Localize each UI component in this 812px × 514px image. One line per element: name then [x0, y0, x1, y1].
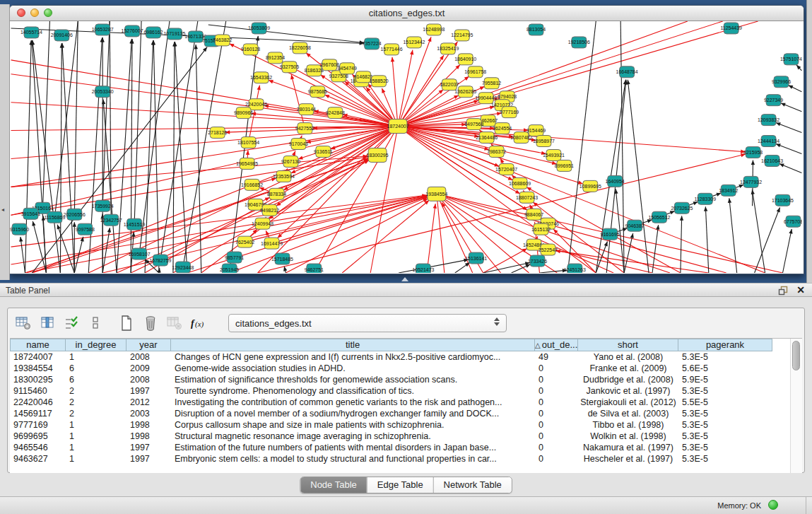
- table-cell[interactable]: 2: [66, 408, 126, 419]
- table-cell[interactable]: 1997: [126, 442, 171, 453]
- column-header-short[interactable]: short: [578, 339, 678, 351]
- table-cell[interactable]: 2: [66, 385, 126, 397]
- table-cell[interactable]: 18300295: [10, 374, 66, 385]
- table-cell[interactable]: Disruption of a novel member of a sodium…: [171, 408, 535, 419]
- table-cell[interactable]: 1997: [126, 385, 171, 397]
- table-cell[interactable]: 6: [66, 363, 126, 374]
- table-row[interactable]: 1830029562008Estimation of significance …: [10, 374, 802, 385]
- table-cell[interactable]: 5.3E-5: [678, 442, 772, 453]
- table-cell[interactable]: 9777169: [10, 419, 66, 431]
- table-row[interactable]: 1456911722003Disruption of a novel membe…: [10, 408, 802, 419]
- table-cell[interactable]: 5.3E-5: [678, 453, 772, 465]
- table-cell[interactable]: 5.6E-5: [678, 363, 772, 374]
- table-cell[interactable]: 0: [535, 408, 578, 419]
- table-cell[interactable]: Hescheler et al. (1997): [578, 453, 678, 465]
- select-rows-icon[interactable]: [61, 313, 81, 333]
- column-header-name[interactable]: name: [10, 339, 66, 351]
- close-panel-icon[interactable]: ✕: [796, 284, 805, 296]
- column-header-in_degree[interactable]: in_degree: [66, 339, 126, 351]
- table-cell[interactable]: 5.3E-5: [678, 408, 772, 419]
- float-panel-icon[interactable]: [778, 286, 788, 296]
- table-select-dropdown[interactable]: citations_edges.txt: [228, 314, 507, 332]
- table-cell[interactable]: 18724007: [10, 351, 66, 363]
- table-cell[interactable]: 9465546: [10, 442, 66, 453]
- table-row[interactable]: 969969511998Structural magnetic resonanc…: [10, 431, 802, 442]
- table-cell[interactable]: Franke et al. (2009): [578, 363, 678, 374]
- table-row[interactable]: 946362711997Embryonic stem cells: a mode…: [10, 453, 802, 465]
- table-cell[interactable]: Tourette syndrome. Phenomenology and cla…: [171, 385, 535, 397]
- table-cell[interactable]: 2012: [126, 397, 171, 408]
- new-table-icon[interactable]: [117, 313, 136, 333]
- table-row[interactable]: 977716911998Corpus callosum shape and si…: [10, 419, 802, 431]
- table-cell[interactable]: 1997: [126, 453, 171, 465]
- collapse-left-panel-icon[interactable]: ◂: [1, 206, 4, 213]
- table-cell[interactable]: 1998: [126, 419, 171, 431]
- table-cell[interactable]: 5.3E-5: [678, 351, 772, 363]
- table-cell[interactable]: 0: [535, 397, 578, 408]
- table-cell[interactable]: 9115460: [10, 385, 66, 397]
- table-cell[interactable]: 5.3E-5: [678, 419, 772, 431]
- table-cell[interactable]: Embryonic stem cells: a model to study s…: [171, 453, 535, 465]
- show-columns-icon[interactable]: [37, 313, 57, 333]
- table-row[interactable]: 911546021997Tourette syndrome. Phenomeno…: [10, 385, 802, 397]
- table-cell[interactable]: 0: [535, 431, 578, 442]
- table-cell[interactable]: 1: [66, 453, 126, 465]
- tab-node-table[interactable]: Node Table: [300, 477, 367, 493]
- table-cell[interactable]: Structural magnetic resonance image aver…: [171, 431, 535, 442]
- table-cell[interactable]: 49: [535, 351, 578, 363]
- table-scrollbar-thumb[interactable]: [792, 341, 800, 370]
- tab-network-table[interactable]: Network Table: [433, 477, 512, 493]
- table-cell[interactable]: 5.9E-5: [678, 374, 772, 385]
- table-cell[interactable]: 1: [66, 419, 126, 431]
- table-cell[interactable]: 5.3E-5: [678, 385, 772, 397]
- table-cell[interactable]: Investigating the contribution of common…: [171, 397, 535, 408]
- table-cell[interactable]: 0: [535, 385, 578, 397]
- table-cell[interactable]: Jankovic et al. (1997): [578, 385, 678, 397]
- table-cell[interactable]: 19384554: [10, 363, 66, 374]
- network-window-titlebar[interactable]: citations_edges.txt: [10, 6, 804, 21]
- table-row[interactable]: 2242004622012Investigating the contribut…: [10, 397, 802, 408]
- table-cell[interactable]: 6: [66, 374, 126, 385]
- table-cell[interactable]: 9463627: [10, 453, 66, 465]
- table-cell[interactable]: 2003: [126, 408, 171, 419]
- table-cell[interactable]: 5.3E-5: [678, 431, 772, 442]
- table-cell[interactable]: 2008: [126, 374, 171, 385]
- table-cell[interactable]: Estimation of the future numbers of pati…: [171, 442, 535, 453]
- network-view[interactable]: 1405571420091406106532871527600769861621…: [10, 21, 802, 273]
- table-row[interactable]: 1872400712008Changes of HCN gene express…: [10, 351, 802, 363]
- table-cell[interactable]: 14569117: [10, 408, 66, 419]
- column-header-out_de[interactable]: △out_de...: [535, 339, 578, 351]
- table-cell[interactable]: Changes of HCN gene expression and I(f) …: [171, 351, 535, 363]
- table-cell[interactable]: de Silva et al. (2003): [578, 408, 678, 419]
- table-cell[interactable]: Estimation of significance thresholds fo…: [171, 374, 535, 385]
- table-cell[interactable]: 0: [535, 363, 578, 374]
- table-cell[interactable]: 0: [535, 442, 578, 453]
- table-cell[interactable]: Dudbridge et al. (2008): [578, 374, 678, 385]
- memory-status-indicator[interactable]: [768, 500, 778, 510]
- table-cell[interactable]: 0: [535, 453, 578, 465]
- table-cell[interactable]: Nakamura et al. (1997): [578, 442, 678, 453]
- table-cell[interactable]: Yano et al. (2008): [578, 351, 678, 363]
- table-cell[interactable]: Corpus callosum shape and size in male p…: [171, 419, 535, 431]
- table-row[interactable]: 1938455462009Genome-wide association stu…: [10, 363, 802, 374]
- delete-table-icon[interactable]: [141, 313, 160, 333]
- table-row[interactable]: 946554611997Estimation of the future num…: [10, 442, 802, 453]
- table-cell[interactable]: Stergiakouli et al. (2012): [578, 397, 678, 408]
- table-cell[interactable]: Genome-wide association studies in ADHD.: [171, 363, 535, 374]
- function-builder-icon[interactable]: f(x): [189, 313, 208, 333]
- import-table-icon-disabled[interactable]: [165, 313, 184, 333]
- table-cell[interactable]: 9699695: [10, 431, 66, 442]
- column-header-title[interactable]: title: [171, 339, 535, 351]
- table-cell[interactable]: Wolkin et al. (1998): [578, 431, 678, 442]
- tab-edge-table[interactable]: Edge Table: [367, 477, 433, 493]
- row-height-icon[interactable]: [86, 313, 105, 333]
- table-cell[interactable]: 2009: [126, 363, 171, 374]
- column-header-pagerank[interactable]: pagerank: [678, 339, 772, 351]
- table-cell[interactable]: Tibbo et al. (1998): [578, 419, 678, 431]
- table-cell[interactable]: 0: [535, 374, 578, 385]
- table-cell[interactable]: 5.5E-5: [678, 397, 772, 408]
- table-cell[interactable]: 1: [66, 351, 126, 363]
- table-cell[interactable]: 1: [66, 431, 126, 442]
- table-cell[interactable]: 1: [66, 442, 126, 453]
- table-cell[interactable]: 0: [535, 419, 578, 431]
